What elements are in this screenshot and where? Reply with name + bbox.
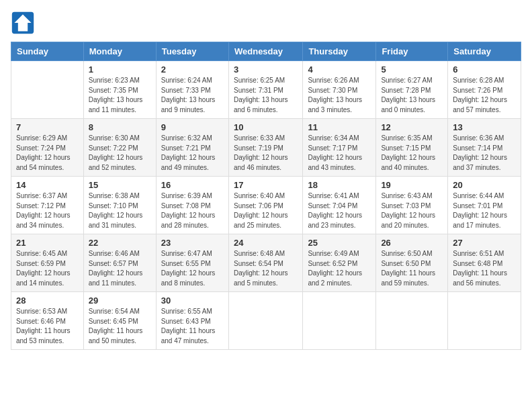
calendar-header-wednesday: Wednesday — [228, 42, 302, 61]
day-info: Sunrise: 6:38 AMSunset: 7:10 PMDaylight:… — [89, 191, 151, 230]
day-info: Sunrise: 6:55 AMSunset: 6:43 PMDaylight:… — [161, 307, 224, 346]
day-number: 30 — [161, 295, 224, 306]
day-number: 4 — [308, 64, 371, 75]
day-info: Sunrise: 6:35 AMSunset: 7:15 PMDaylight:… — [381, 134, 443, 173]
day-number: 25 — [308, 238, 371, 248]
calendar-cell: 27Sunrise: 6:51 AMSunset: 6:48 PMDayligh… — [448, 234, 521, 292]
day-number: 6 — [453, 64, 516, 75]
calendar-cell — [11, 61, 84, 119]
calendar-cell: 22Sunrise: 6:46 AMSunset: 6:57 PMDayligh… — [83, 234, 156, 292]
day-info: Sunrise: 6:48 AMSunset: 6:54 PMDaylight:… — [234, 249, 298, 288]
calendar-cell: 15Sunrise: 6:38 AMSunset: 7:10 PMDayligh… — [83, 177, 156, 234]
day-number: 14 — [16, 180, 79, 190]
calendar-cell: 16Sunrise: 6:39 AMSunset: 7:08 PMDayligh… — [156, 177, 228, 234]
day-info: Sunrise: 6:32 AMSunset: 7:21 PMDaylight:… — [161, 134, 224, 173]
calendar-week-row: 14Sunrise: 6:37 AMSunset: 7:12 PMDayligh… — [11, 177, 521, 234]
day-number: 2 — [161, 64, 224, 75]
day-info: Sunrise: 6:40 AMSunset: 7:06 PMDaylight:… — [234, 191, 298, 230]
day-number: 7 — [16, 122, 79, 132]
day-info: Sunrise: 6:50 AMSunset: 6:50 PMDaylight:… — [381, 249, 443, 288]
day-info: Sunrise: 6:53 AMSunset: 6:46 PMDaylight:… — [16, 307, 79, 346]
calendar-cell — [228, 292, 302, 350]
calendar-cell: 9Sunrise: 6:32 AMSunset: 7:21 PMDaylight… — [156, 119, 228, 177]
day-number: 20 — [453, 180, 516, 190]
calendar-week-row: 1Sunrise: 6:23 AMSunset: 7:35 PMDaylight… — [11, 61, 521, 119]
day-number: 15 — [89, 180, 151, 190]
day-number: 9 — [161, 122, 224, 132]
day-number: 17 — [234, 180, 298, 190]
day-number: 13 — [453, 122, 516, 132]
day-info: Sunrise: 6:33 AMSunset: 7:19 PMDaylight:… — [234, 134, 298, 173]
day-number: 29 — [89, 295, 151, 306]
calendar-cell: 17Sunrise: 6:40 AMSunset: 7:06 PMDayligh… — [228, 177, 302, 234]
day-number: 10 — [234, 122, 298, 132]
day-info: Sunrise: 6:27 AMSunset: 7:28 PMDaylight:… — [381, 76, 443, 115]
day-number: 19 — [381, 180, 443, 190]
calendar-cell: 5Sunrise: 6:27 AMSunset: 7:28 PMDaylight… — [376, 61, 448, 119]
day-number: 16 — [161, 180, 224, 190]
calendar-header-row: SundayMondayTuesdayWednesdayThursdayFrid… — [11, 42, 521, 61]
day-info: Sunrise: 6:47 AMSunset: 6:55 PMDaylight:… — [161, 249, 224, 288]
day-info: Sunrise: 6:36 AMSunset: 7:14 PMDaylight:… — [453, 134, 516, 173]
day-info: Sunrise: 6:43 AMSunset: 7:03 PMDaylight:… — [381, 191, 443, 230]
day-number: 8 — [89, 122, 151, 132]
day-info: Sunrise: 6:24 AMSunset: 7:33 PMDaylight:… — [161, 76, 224, 115]
day-number: 11 — [308, 122, 371, 132]
calendar-cell: 25Sunrise: 6:49 AMSunset: 6:52 PMDayligh… — [303, 234, 376, 292]
day-info: Sunrise: 6:23 AMSunset: 7:35 PMDaylight:… — [89, 76, 151, 115]
calendar-cell: 28Sunrise: 6:53 AMSunset: 6:46 PMDayligh… — [11, 292, 84, 350]
day-info: Sunrise: 6:34 AMSunset: 7:17 PMDaylight:… — [308, 134, 371, 173]
calendar-cell: 11Sunrise: 6:34 AMSunset: 7:17 PMDayligh… — [303, 119, 376, 177]
calendar-week-row: 7Sunrise: 6:29 AMSunset: 7:24 PMDaylight… — [11, 119, 521, 177]
calendar-cell: 2Sunrise: 6:24 AMSunset: 7:33 PMDaylight… — [156, 61, 228, 119]
day-number: 21 — [16, 238, 79, 248]
calendar-cell: 20Sunrise: 6:44 AMSunset: 7:01 PMDayligh… — [448, 177, 521, 234]
calendar-cell: 10Sunrise: 6:33 AMSunset: 7:19 PMDayligh… — [228, 119, 302, 177]
day-info: Sunrise: 6:54 AMSunset: 6:45 PMDaylight:… — [89, 307, 151, 346]
calendar-week-row: 28Sunrise: 6:53 AMSunset: 6:46 PMDayligh… — [11, 292, 521, 350]
day-info: Sunrise: 6:26 AMSunset: 7:30 PMDaylight:… — [308, 76, 371, 115]
calendar-cell — [448, 292, 521, 350]
day-number: 5 — [381, 64, 443, 75]
day-number: 1 — [89, 64, 151, 75]
day-number: 24 — [234, 238, 298, 248]
calendar-cell: 7Sunrise: 6:29 AMSunset: 7:24 PMDaylight… — [11, 119, 84, 177]
calendar-table: SundayMondayTuesdayWednesdayThursdayFrid… — [11, 42, 521, 350]
calendar-cell: 19Sunrise: 6:43 AMSunset: 7:03 PMDayligh… — [376, 177, 448, 234]
calendar-header-friday: Friday — [376, 42, 448, 61]
calendar-cell: 30Sunrise: 6:55 AMSunset: 6:43 PMDayligh… — [156, 292, 228, 350]
calendar-cell: 6Sunrise: 6:28 AMSunset: 7:26 PMDaylight… — [448, 61, 521, 119]
calendar-cell — [376, 292, 448, 350]
day-info: Sunrise: 6:30 AMSunset: 7:22 PMDaylight:… — [89, 134, 151, 173]
day-info: Sunrise: 6:39 AMSunset: 7:08 PMDaylight:… — [161, 191, 224, 230]
page-header — [11, 11, 521, 35]
calendar-cell: 13Sunrise: 6:36 AMSunset: 7:14 PMDayligh… — [448, 119, 521, 177]
day-info: Sunrise: 6:25 AMSunset: 7:31 PMDaylight:… — [234, 76, 298, 115]
calendar-cell: 8Sunrise: 6:30 AMSunset: 7:22 PMDaylight… — [83, 119, 156, 177]
calendar-cell: 23Sunrise: 6:47 AMSunset: 6:55 PMDayligh… — [156, 234, 228, 292]
calendar-cell: 1Sunrise: 6:23 AMSunset: 7:35 PMDaylight… — [83, 61, 156, 119]
day-info: Sunrise: 6:49 AMSunset: 6:52 PMDaylight:… — [308, 249, 371, 288]
day-number: 28 — [16, 295, 79, 306]
calendar-cell: 12Sunrise: 6:35 AMSunset: 7:15 PMDayligh… — [376, 119, 448, 177]
calendar-cell: 26Sunrise: 6:50 AMSunset: 6:50 PMDayligh… — [376, 234, 448, 292]
calendar-cell: 24Sunrise: 6:48 AMSunset: 6:54 PMDayligh… — [228, 234, 302, 292]
day-info: Sunrise: 6:51 AMSunset: 6:48 PMDaylight:… — [453, 249, 516, 288]
calendar-cell: 14Sunrise: 6:37 AMSunset: 7:12 PMDayligh… — [11, 177, 84, 234]
day-number: 26 — [381, 238, 443, 248]
calendar-header-tuesday: Tuesday — [156, 42, 228, 61]
calendar-cell: 29Sunrise: 6:54 AMSunset: 6:45 PMDayligh… — [83, 292, 156, 350]
calendar-header-thursday: Thursday — [303, 42, 376, 61]
day-info: Sunrise: 6:46 AMSunset: 6:57 PMDaylight:… — [89, 249, 151, 288]
calendar-cell: 3Sunrise: 6:25 AMSunset: 7:31 PMDaylight… — [228, 61, 302, 119]
calendar-header-saturday: Saturday — [448, 42, 521, 61]
day-number: 27 — [453, 238, 516, 248]
day-info: Sunrise: 6:29 AMSunset: 7:24 PMDaylight:… — [16, 134, 79, 173]
calendar-header-monday: Monday — [83, 42, 156, 61]
day-number: 12 — [381, 122, 443, 132]
day-number: 18 — [308, 180, 371, 190]
calendar-cell: 21Sunrise: 6:45 AMSunset: 6:59 PMDayligh… — [11, 234, 84, 292]
calendar-cell: 18Sunrise: 6:41 AMSunset: 7:04 PMDayligh… — [303, 177, 376, 234]
logo-icon — [11, 11, 35, 35]
calendar-week-row: 21Sunrise: 6:45 AMSunset: 6:59 PMDayligh… — [11, 234, 521, 292]
